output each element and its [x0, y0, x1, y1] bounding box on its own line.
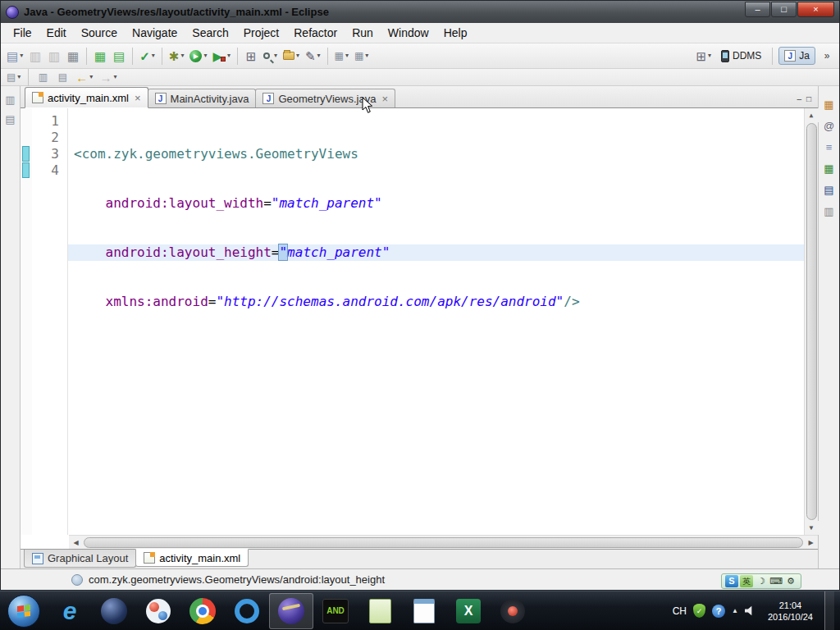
- minimize-button[interactable]: –: [745, 2, 770, 17]
- ime-language-mode[interactable]: 英: [740, 575, 753, 587]
- taskbar-notepad-icon[interactable]: [402, 593, 446, 629]
- editor-toolbar-button-1[interactable]: ▤ ▾: [4, 70, 23, 84]
- scroll-left-icon[interactable]: ◀: [69, 536, 83, 550]
- menu-navigate[interactable]: Navigate: [125, 25, 185, 41]
- android-sdk-manager-button[interactable]: ▦: [91, 46, 109, 66]
- line-number: 2: [32, 130, 59, 146]
- run-button[interactable]: ▶ ▾: [187, 46, 209, 66]
- taskbar-excel-icon[interactable]: X: [446, 593, 491, 629]
- help-tray-icon[interactable]: ?: [712, 605, 725, 618]
- next-annotation-button[interactable]: ▦ ▾: [332, 46, 351, 66]
- taskbar-chrome-icon[interactable]: [180, 593, 225, 629]
- taskbar-ie-icon[interactable]: e: [48, 593, 92, 629]
- ime-keyboard-icon[interactable]: ⌨: [769, 575, 783, 587]
- perspective-overflow-button[interactable]: »: [818, 46, 836, 66]
- close-tab-icon[interactable]: ×: [135, 93, 141, 103]
- dropdown-icon: ▾: [296, 52, 299, 59]
- next-annotation-icon: ▦: [335, 51, 344, 61]
- tab-activity-main-xml-source[interactable]: activity_main.xml: [135, 549, 249, 567]
- taskbar-molecule-app-icon[interactable]: [136, 593, 180, 629]
- antivirus-shield-icon[interactable]: ✓: [693, 604, 705, 618]
- ime-settings-icon[interactable]: ⚙: [784, 575, 797, 587]
- start-button[interactable]: [7, 595, 40, 628]
- minimized-tasklist-icon[interactable]: ▦: [822, 98, 836, 111]
- taskbar-eclipse-icon[interactable]: [269, 593, 313, 629]
- secondary-toolbar: ▤ ▾ ▥ ▤ ← ▾ → ▾: [1, 69, 839, 86]
- taskbar-screen-recorder-icon[interactable]: [491, 593, 535, 629]
- minimized-properties-icon[interactable]: ▥: [822, 204, 836, 217]
- toolbar-separator: [237, 48, 238, 65]
- minimize-editor-icon[interactable]: –: [797, 95, 801, 103]
- taskbar-clock[interactable]: 21:04 2016/10/24: [763, 600, 818, 623]
- status-text: com.zyk.geometryviews.GeometryViews/andr…: [89, 573, 385, 586]
- search-button[interactable]: ▾: [261, 46, 280, 66]
- ime-fullhalf-icon[interactable]: ☽: [755, 575, 768, 587]
- window-controls: – □ ×: [745, 1, 834, 17]
- vertical-scrollbar[interactable]: ▲ ▼: [804, 108, 818, 535]
- menu-help[interactable]: Help: [436, 25, 475, 41]
- scroll-up-icon[interactable]: ▲: [805, 108, 819, 122]
- volume-icon[interactable]: [745, 605, 756, 616]
- horizontal-scrollbar[interactable]: ◀ ▶: [69, 535, 818, 549]
- dropdown-icon: ▾: [227, 52, 231, 59]
- menu-edit[interactable]: Edit: [39, 25, 74, 41]
- change-marker: [22, 146, 30, 162]
- previous-annotation-button[interactable]: ▦ ▾: [352, 46, 371, 66]
- restore-view-icon-2[interactable]: ▤: [3, 112, 17, 126]
- titlebar[interactable]: Java - GeometryViews/res/layout/activity…: [1, 1, 839, 23]
- taskbar-green-notes-icon[interactable]: [358, 593, 402, 629]
- code-text-area[interactable]: <com.zyk.geometryviews.GeometryViews and…: [68, 108, 804, 535]
- close-button[interactable]: ×: [797, 2, 834, 17]
- menu-project[interactable]: Project: [236, 25, 287, 41]
- tab-geometryviews-java[interactable]: J GeometryViews.java ×: [255, 89, 395, 107]
- scroll-down-icon[interactable]: ▼: [805, 521, 819, 535]
- annotations-button[interactable]: ✎ ▾: [303, 46, 323, 66]
- print-button[interactable]: ▦: [64, 46, 82, 66]
- new-wizard-button[interactable]: ▤ ▾: [4, 46, 25, 66]
- save-all-button[interactable]: ▥: [45, 46, 63, 66]
- scroll-right-icon[interactable]: ▶: [804, 536, 818, 550]
- language-indicator[interactable]: CH: [673, 605, 687, 617]
- menu-search[interactable]: Search: [185, 25, 235, 41]
- restore-view-icon-1[interactable]: ▥: [3, 93, 17, 106]
- tab-activity-main-xml[interactable]: activity_main.xml ×: [25, 87, 148, 108]
- android-avd-manager-button[interactable]: ▤: [110, 46, 128, 66]
- horizontal-scroll-thumb[interactable]: [84, 537, 803, 548]
- maximize-editor-icon[interactable]: □: [806, 95, 811, 103]
- minimized-javadoc-icon[interactable]: @: [822, 119, 836, 132]
- link-with-editor-button[interactable]: ▥: [34, 70, 52, 84]
- back-button[interactable]: ← ▾: [73, 70, 95, 84]
- hidden-icons-caret[interactable]: ▲: [732, 607, 738, 614]
- tab-graphical-layout[interactable]: Graphical Layout: [24, 550, 136, 568]
- tab-mainactivity-java[interactable]: J MainActivity.java: [148, 89, 257, 107]
- vertical-scroll-thumb[interactable]: [806, 123, 817, 520]
- sogou-icon[interactable]: S: [725, 575, 738, 587]
- taskbar-blue-ring-app-icon[interactable]: [225, 593, 269, 629]
- menu-refactor[interactable]: Refactor: [286, 25, 345, 41]
- android-lint-button[interactable]: ✓ ▾: [137, 46, 158, 66]
- save-button[interactable]: ▥: [26, 46, 44, 66]
- taskbar-android-tool-icon[interactable]: AND: [313, 593, 358, 629]
- open-perspective-button[interactable]: ⊞ ▾: [693, 46, 714, 66]
- editor-area: activity_main.xml × J MainActivity.java …: [21, 86, 818, 568]
- pin-editor-button[interactable]: ▤: [53, 70, 71, 84]
- menu-source[interactable]: Source: [74, 25, 125, 41]
- debug-button[interactable]: ✱ ▾: [167, 46, 187, 66]
- maximize-button[interactable]: □: [771, 2, 797, 17]
- minimized-hierarchy-icon[interactable]: ▤: [822, 183, 836, 196]
- menu-window[interactable]: Window: [381, 25, 436, 41]
- minimized-package-explorer-icon[interactable]: ▦: [822, 162, 836, 175]
- taskbar-browser-sphere-icon[interactable]: [92, 593, 136, 629]
- minimized-outline-icon[interactable]: ≡: [822, 140, 836, 153]
- perspective-java[interactable]: J Ja: [778, 47, 815, 65]
- forward-button[interactable]: → ▾: [97, 70, 119, 84]
- menu-run[interactable]: Run: [345, 25, 381, 41]
- show-desktop-button[interactable]: [824, 591, 834, 630]
- external-tools-button[interactable]: ▶ ▾: [210, 46, 233, 66]
- perspective-ddms[interactable]: DDMS: [716, 47, 766, 65]
- close-tab-icon[interactable]: ×: [381, 94, 388, 104]
- open-resource-button[interactable]: ▾: [281, 46, 302, 66]
- folder-icon: [283, 52, 294, 60]
- open-type-button[interactable]: ⊞: [242, 46, 260, 66]
- menu-file[interactable]: File: [6, 25, 39, 41]
